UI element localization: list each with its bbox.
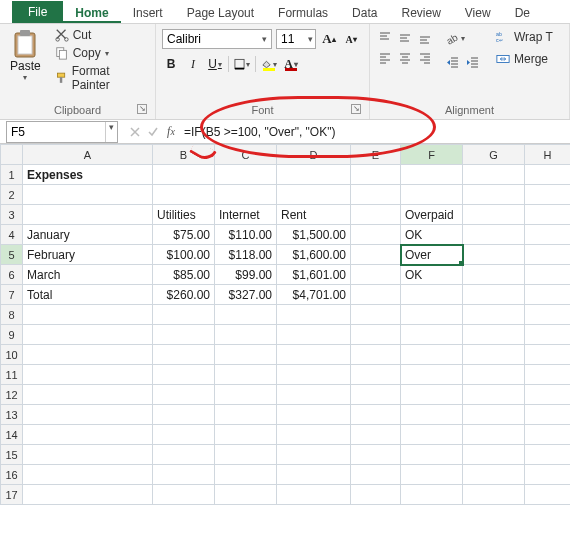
cell-A13[interactable] (23, 405, 153, 425)
cell-B3[interactable]: Utilities (153, 205, 215, 225)
cell-G4[interactable] (463, 225, 525, 245)
cell-B7[interactable]: $260.00 (153, 285, 215, 305)
increase-indent-button[interactable] (464, 53, 482, 71)
cell-D3[interactable]: Rent (277, 205, 351, 225)
cell-B15[interactable] (153, 445, 215, 465)
align-center-button[interactable] (396, 49, 414, 67)
col-header-E[interactable]: E (351, 145, 401, 165)
cell-H16[interactable] (525, 465, 571, 485)
cell-C6[interactable]: $99.00 (215, 265, 277, 285)
cell-B5[interactable]: $100.00 (153, 245, 215, 265)
cell-C11[interactable] (215, 365, 277, 385)
cell-E3[interactable] (351, 205, 401, 225)
font-name-combo[interactable]: ▾ (162, 29, 272, 49)
cell-C5[interactable]: $118.00 (215, 245, 277, 265)
cell-F16[interactable] (401, 465, 463, 485)
cell-C10[interactable] (215, 345, 277, 365)
cell-D6[interactable]: $1,601.00 (277, 265, 351, 285)
cut-button[interactable]: Cut (51, 27, 149, 43)
cell-E5[interactable] (351, 245, 401, 265)
tab-review[interactable]: Review (389, 2, 452, 23)
cell-D2[interactable] (277, 185, 351, 205)
tab-insert[interactable]: Insert (121, 2, 175, 23)
cell-C1[interactable] (215, 165, 277, 185)
cell-F17[interactable] (401, 485, 463, 505)
cell-F5[interactable]: Over (401, 245, 463, 265)
cell-A16[interactable] (23, 465, 153, 485)
align-bottom-button[interactable] (416, 29, 434, 47)
cell-C9[interactable] (215, 325, 277, 345)
cell-F2[interactable] (401, 185, 463, 205)
cell-H14[interactable] (525, 425, 571, 445)
cell-E4[interactable] (351, 225, 401, 245)
row-header-3[interactable]: 3 (1, 205, 23, 225)
cell-D13[interactable] (277, 405, 351, 425)
cell-F8[interactable] (401, 305, 463, 325)
cell-A14[interactable] (23, 425, 153, 445)
col-header-H[interactable]: H (525, 145, 571, 165)
cell-A12[interactable] (23, 385, 153, 405)
cell-H7[interactable] (525, 285, 571, 305)
tab-formulas[interactable]: Formulas (266, 2, 340, 23)
cell-B14[interactable] (153, 425, 215, 445)
cell-B9[interactable] (153, 325, 215, 345)
cell-D10[interactable] (277, 345, 351, 365)
orientation-button[interactable]: ab (444, 29, 466, 47)
cell-D17[interactable] (277, 485, 351, 505)
col-header-G[interactable]: G (463, 145, 525, 165)
cell-B10[interactable] (153, 345, 215, 365)
cell-F15[interactable] (401, 445, 463, 465)
cell-F6[interactable]: OK (401, 265, 463, 285)
cancel-formula-button[interactable] (126, 123, 144, 141)
cell-E13[interactable] (351, 405, 401, 425)
font-name-input[interactable] (163, 32, 259, 46)
cell-B13[interactable] (153, 405, 215, 425)
cell-F3[interactable]: Overpaid (401, 205, 463, 225)
cell-H15[interactable] (525, 445, 571, 465)
cell-A8[interactable] (23, 305, 153, 325)
cell-G17[interactable] (463, 485, 525, 505)
cell-C14[interactable] (215, 425, 277, 445)
row-header-12[interactable]: 12 (1, 385, 23, 405)
cell-C13[interactable] (215, 405, 277, 425)
cell-C16[interactable] (215, 465, 277, 485)
col-header-B[interactable]: B (153, 145, 215, 165)
cell-G11[interactable] (463, 365, 525, 385)
row-header-7[interactable]: 7 (1, 285, 23, 305)
font-dialog-launcher[interactable]: ↘ (351, 104, 361, 114)
cell-F12[interactable] (401, 385, 463, 405)
cell-E15[interactable] (351, 445, 401, 465)
cell-B6[interactable]: $85.00 (153, 265, 215, 285)
cell-G1[interactable] (463, 165, 525, 185)
insert-function-button[interactable]: fx (162, 123, 180, 141)
cell-E1[interactable] (351, 165, 401, 185)
cell-C4[interactable]: $110.00 (215, 225, 277, 245)
row-header-14[interactable]: 14 (1, 425, 23, 445)
cell-G7[interactable] (463, 285, 525, 305)
font-size-input[interactable] (277, 32, 305, 46)
row-header-4[interactable]: 4 (1, 225, 23, 245)
tab-view[interactable]: View (453, 2, 503, 23)
merge-center-button[interactable]: Merge (492, 51, 557, 67)
cell-H2[interactable] (525, 185, 571, 205)
cell-H12[interactable] (525, 385, 571, 405)
align-top-button[interactable] (376, 29, 394, 47)
cell-F13[interactable] (401, 405, 463, 425)
cell-A15[interactable] (23, 445, 153, 465)
cell-D11[interactable] (277, 365, 351, 385)
cell-D5[interactable]: $1,600.00 (277, 245, 351, 265)
cell-C17[interactable] (215, 485, 277, 505)
cell-G15[interactable] (463, 445, 525, 465)
cell-G14[interactable] (463, 425, 525, 445)
clipboard-dialog-launcher[interactable]: ↘ (137, 104, 147, 114)
cell-H3[interactable] (525, 205, 571, 225)
cell-H5[interactable] (525, 245, 571, 265)
cell-G2[interactable] (463, 185, 525, 205)
cell-D14[interactable] (277, 425, 351, 445)
col-header-D[interactable]: D (277, 145, 351, 165)
cell-G13[interactable] (463, 405, 525, 425)
cell-E17[interactable] (351, 485, 401, 505)
cell-D12[interactable] (277, 385, 351, 405)
cell-F7[interactable] (401, 285, 463, 305)
cell-E16[interactable] (351, 465, 401, 485)
